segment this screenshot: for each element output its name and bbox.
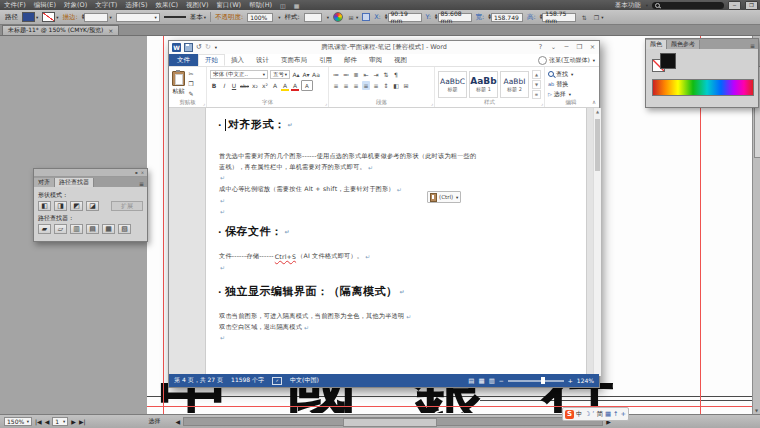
page-indicator[interactable]: 第 4 页，共 27 页 — [174, 376, 223, 385]
document-tab[interactable]: 未标题-11* @ 150% (CMYK/预览) × — [2, 25, 119, 35]
distribute-button[interactable]: ≡ — [372, 81, 380, 90]
ime-upload-icon[interactable]: ↑ — [613, 410, 618, 418]
word-scroll-thumb[interactable] — [595, 119, 600, 171]
account-menu[interactable]: 张某(互动媒体) ▾ — [538, 54, 599, 66]
stroke-weight-dropdown-icon[interactable]: ▾ — [109, 15, 111, 20]
menu-effect[interactable]: 效果(C) — [151, 1, 182, 10]
transform-panel-icon[interactable] — [362, 13, 370, 21]
y-value[interactable]: 85.608 mm — [438, 13, 472, 22]
decrease-indent-button[interactable]: ⇤ — [362, 70, 370, 79]
intersect-button[interactable]: ◩ — [70, 201, 83, 211]
font-launcher-icon[interactable]: ⌟ — [325, 100, 327, 106]
zoom-percentage[interactable]: 124% — [577, 377, 594, 384]
prev-artboard-button[interactable]: ◀ — [45, 418, 50, 425]
color-panel-menu-icon[interactable]: ≡ — [750, 42, 758, 49]
replace-button[interactable]: ab 替换 — [548, 79, 594, 89]
tab-review[interactable]: 审阅 — [363, 54, 388, 66]
panel-collapse-icon[interactable]: ▪ — [135, 170, 138, 175]
hscroll-left-icon[interactable]: ◀ — [176, 418, 181, 425]
document-page[interactable] — [205, 108, 587, 376]
tab-design[interactable]: 设计 — [250, 54, 275, 66]
proofing-icon[interactable]: ✓ — [272, 377, 282, 385]
first-artboard-button[interactable]: |◀ — [35, 418, 42, 425]
sort-button[interactable]: ⇅ — [382, 70, 390, 79]
brush-definition-select[interactable]: ▾ — [116, 13, 160, 22]
multilevel-list-button[interactable]: ≣ — [352, 70, 360, 79]
stroke-style-select[interactable]: 基本 ▾ — [190, 13, 206, 22]
paste-options-button[interactable]: (Ctrl) ▾ — [427, 191, 461, 203]
menu-view[interactable]: 视图(V) — [182, 1, 213, 10]
fill-proxy-swatch[interactable] — [660, 53, 676, 69]
paragraph-launcher-icon[interactable]: ⌟ — [431, 100, 433, 106]
tab-insert[interactable]: 插入 — [225, 54, 250, 66]
show-marks-button[interactable]: ¶ — [392, 70, 400, 79]
zoom-level-select[interactable]: 150%▾ — [4, 417, 32, 426]
last-artboard-button[interactable]: ▶| — [79, 418, 86, 425]
ime-keyboard-icon[interactable]: ▦ — [605, 410, 611, 418]
align-right-button[interactable]: ≡ — [352, 81, 360, 90]
justify-button[interactable]: ≡ — [362, 81, 370, 90]
tab-references[interactable]: 引用 — [313, 54, 338, 66]
save-icon[interactable] — [184, 43, 193, 52]
tab-color[interactable]: 颜色 — [646, 40, 667, 49]
word-vertical-scrollbar[interactable]: ▲ — [593, 108, 601, 376]
text-effects-button[interactable]: A — [271, 81, 279, 91]
shading-button[interactable]: ◧ — [392, 81, 400, 90]
document-area[interactable]: · 对齐形式： ↵ 首先选中需要对齐的几个图形------使用点选的形式单机要做… — [169, 108, 601, 376]
language-indicator[interactable]: 中文(中国) — [290, 376, 319, 385]
increase-indent-button[interactable]: ⇥ — [372, 70, 380, 79]
style-heading-1[interactable]: AaBb 标题 1 — [469, 71, 498, 98]
cut-button[interactable]: ✂ — [187, 69, 195, 78]
workspace-switcher[interactable]: 基本功能 — [615, 1, 641, 10]
opacity-select[interactable]: 100% — [247, 13, 273, 22]
x-stepper[interactable]: ▲▼ 90.19 mm — [385, 13, 422, 22]
shrink-font-button[interactable]: A▾ — [302, 70, 310, 79]
align-options-button[interactable]: ⊞ ▾ — [347, 13, 358, 22]
isolate-button[interactable]: ❐ ▾ — [592, 13, 603, 22]
stroke-color-swatch[interactable]: ▾ — [42, 12, 58, 22]
tab-mailings[interactable]: 邮件 — [338, 54, 363, 66]
ime-simplified-icon[interactable]: 简 — [596, 410, 603, 419]
subscript-button[interactable]: x₂ — [251, 81, 259, 90]
x-value[interactable]: 90.19 mm — [388, 13, 422, 22]
italic-button[interactable]: I — [220, 81, 228, 90]
select-button[interactable]: ▷ 选择 ▾ — [548, 89, 594, 99]
app-restore-button[interactable]: ❐ — [745, 1, 758, 10]
bullets-button[interactable]: ≔ — [332, 70, 340, 79]
horizontal-scroll-thumb[interactable] — [343, 418, 437, 427]
exclude-button[interactable]: ◪ — [86, 201, 99, 211]
strikethrough-button[interactable]: abc — [240, 81, 249, 90]
word-count[interactable]: 11598 个字 — [231, 376, 264, 385]
opacity-label[interactable]: 不透明度: — [215, 13, 243, 22]
height-stepper[interactable]: ▲▼ 158.75 mm — [540, 13, 577, 22]
merge-button[interactable]: ▥ — [70, 224, 83, 234]
styles-launcher-icon[interactable]: ⌟ — [541, 100, 543, 106]
menu-type[interactable]: 文字(T) — [91, 1, 121, 10]
ime-halfwidth-icon[interactable]: ☽ — [585, 410, 591, 418]
line-spacing-button[interactable]: ⇕ — [382, 81, 390, 90]
tab-page-layout[interactable]: 页面布局 — [275, 54, 313, 66]
bridge-icon[interactable]: ◫ — [276, 2, 290, 9]
collapse-ribbon-icon[interactable]: ∧ — [592, 99, 596, 105]
width-value[interactable]: 158.749 — [491, 13, 523, 22]
y-stepper[interactable]: ▲▼ 85.608 mm — [435, 13, 472, 22]
underline-button[interactable]: U — [230, 81, 238, 90]
borders-button[interactable]: ⊞ — [402, 81, 410, 90]
style-dropdown-icon[interactable]: ▾ — [327, 15, 329, 20]
crop-button[interactable]: ▤ — [86, 224, 99, 234]
height-value[interactable]: 158.75 mm — [542, 13, 576, 22]
styles-scroll-up-icon[interactable]: ▲ — [532, 70, 541, 79]
menu-edit[interactable]: 编辑(E) — [30, 1, 60, 10]
font-color-button[interactable]: A — [291, 81, 299, 91]
zoom-slider-thumb[interactable] — [541, 377, 545, 384]
word-titlebar[interactable]: 腾讯课堂-平面课程-笔记 [兼容模式] - Word W ↺ ↻ ▾ ? ⌄ ─… — [169, 41, 599, 54]
trim-button[interactable]: ▱ — [54, 224, 67, 234]
divide-button[interactable]: ▰ — [38, 224, 51, 234]
recolor-artwork-icon[interactable] — [333, 12, 343, 22]
align-center-button[interactable]: ≡ — [342, 81, 350, 90]
web-layout-button[interactable]: ▥ — [489, 377, 495, 385]
font-size-select[interactable]: 五号▾ — [270, 70, 290, 79]
word-help-button[interactable]: ? — [534, 41, 547, 53]
app-minimize-button[interactable]: ─ — [728, 1, 741, 10]
tab-pathfinder[interactable]: 路径查找器 — [55, 178, 94, 187]
